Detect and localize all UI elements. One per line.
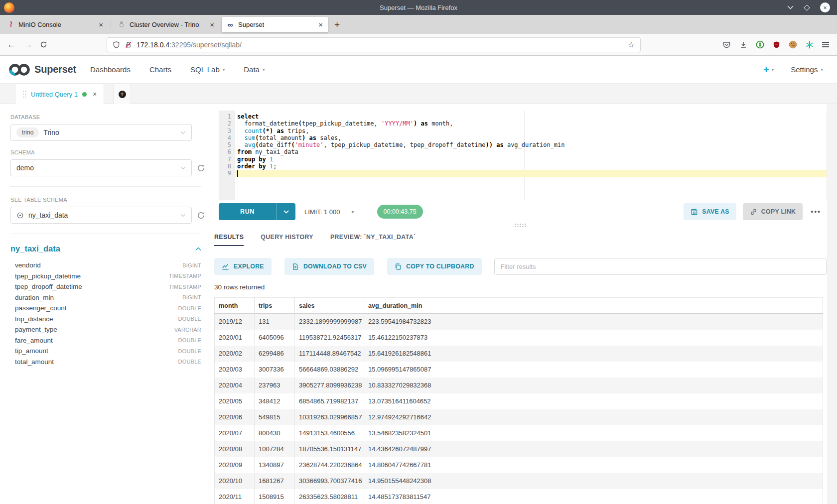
- column-header[interactable]: sales: [295, 298, 364, 314]
- pocket-icon[interactable]: [722, 41, 731, 49]
- cookie-icon[interactable]: [789, 40, 797, 49]
- url-field[interactable]: 172.18.0.4:32295/superset/sqllab/ ☆: [107, 37, 641, 52]
- copy-clipboard-button[interactable]: COPY TO CLIPBOARD: [387, 258, 482, 275]
- run-button[interactable]: RUN: [219, 203, 295, 220]
- column-type: BIGINT: [182, 262, 201, 268]
- schema-column-row[interactable]: fare_amountDOUBLE: [10, 335, 201, 346]
- limit-dropdown[interactable]: LIMIT: 1 000 ▾: [304, 208, 354, 216]
- column-name: vendorid: [15, 261, 41, 269]
- code-line: format_datetime(tpep_pickup_datetime, 'Y…: [235, 120, 827, 127]
- sql-editor[interactable]: 123456789 select format_datetime(tpep_pi…: [219, 111, 827, 200]
- schema-select[interactable]: demo: [10, 159, 192, 176]
- schema-column-row[interactable]: payment_typeVARCHAR: [10, 324, 201, 335]
- insecure-lock-icon[interactable]: [125, 41, 132, 49]
- table-row[interactable]: 2020/026299486117114448.8946754215.64192…: [215, 346, 823, 362]
- copy-link-button[interactable]: COPY LINK: [743, 203, 803, 220]
- table-row[interactable]: 2020/053484126854865.71998213713.0735164…: [215, 393, 823, 409]
- table-row[interactable]: 2020/0780043014913153.460055613.54682358…: [215, 425, 823, 441]
- menu-hamburger-icon[interactable]: [822, 42, 829, 47]
- column-type: TIMESTAMP: [169, 284, 201, 290]
- explore-button[interactable]: EXPLORE: [214, 258, 272, 275]
- close-query-tab-icon[interactable]: ×: [93, 91, 97, 98]
- forward-icon[interactable]: →: [23, 40, 34, 49]
- trino-bunny-icon: [118, 20, 126, 28]
- table-row[interactable]: 2020/03300733656664869.0388629215.096995…: [215, 362, 823, 378]
- url-text: 172.18.0.4:32295/superset/sqllab/: [137, 41, 242, 49]
- table-select[interactable]: ny_taxi_data: [10, 207, 192, 224]
- schema-column-row[interactable]: passenger_countDOUBLE: [10, 303, 201, 314]
- table-row[interactable]: 2020/10168126730366993.70037741614.95015…: [215, 473, 823, 489]
- browser-urlbar: ← → 172.18.0.4:32295/superset/sqllab/ ☆: [0, 34, 837, 56]
- table-name-heading[interactable]: ny_taxi_data: [10, 244, 60, 253]
- ublock-shield-icon[interactable]: [773, 41, 780, 49]
- container-asterisk-icon[interactable]: [806, 41, 814, 49]
- close-tab-icon[interactable]: ×: [317, 21, 324, 28]
- code-area[interactable]: select format_datetime(tpep_pickup_datet…: [235, 113, 827, 177]
- column-header[interactable]: month: [215, 298, 255, 314]
- back-icon[interactable]: ←: [6, 40, 17, 49]
- filter-results-input[interactable]: [494, 258, 827, 275]
- settings-menu[interactable]: Settings▾: [791, 65, 823, 74]
- schema-column-row[interactable]: tpep_dropoff_datetimeTIMESTAMP: [10, 281, 201, 292]
- browser-tab-minio[interactable]: MinIO Console ×: [2, 17, 109, 32]
- query-tab-active[interactable]: Untitled Query 1 ×: [15, 84, 104, 104]
- table-row[interactable]: 2020/11150891526335623.5802881114.485173…: [215, 489, 823, 504]
- column-type: DOUBLE: [178, 337, 201, 343]
- table-row[interactable]: 2020/0654981510319263.02996685712.974924…: [215, 409, 823, 425]
- schema-column-row[interactable]: duration_minBIGINT: [10, 292, 201, 303]
- drag-handle-icon[interactable]: [22, 90, 26, 98]
- window-maximize-button[interactable]: [804, 4, 810, 11]
- table-row[interactable]: 2020/08100728418705536.15013114714.43642…: [215, 441, 823, 457]
- column-header[interactable]: avg_duration_min: [364, 298, 823, 314]
- extension-green-icon[interactable]: [756, 40, 764, 49]
- refresh-tables-icon[interactable]: [197, 211, 205, 220]
- new-item-button[interactable]: +▾: [763, 65, 774, 75]
- schema-column-row[interactable]: tpep_pickup_datetimeTIMESTAMP: [10, 271, 201, 282]
- refresh-schemas-icon[interactable]: [197, 164, 205, 172]
- nav-item-sql-lab[interactable]: SQL Lab▾: [190, 65, 225, 74]
- table-row[interactable]: 2020/016405096119538721.9245631715.46122…: [215, 330, 823, 346]
- new-browser-tab-button[interactable]: +: [334, 20, 340, 29]
- close-tab-icon[interactable]: ×: [209, 21, 215, 28]
- new-query-tab-button[interactable]: +: [113, 84, 131, 104]
- database-select[interactable]: trino Trino: [10, 124, 192, 141]
- download-icon[interactable]: [739, 41, 747, 49]
- save-as-button[interactable]: SAVE AS: [684, 203, 736, 220]
- download-csv-button[interactable]: DOWNLOAD TO CSV: [284, 258, 374, 275]
- window-close-button[interactable]: ×: [820, 2, 830, 12]
- window-minimize-button[interactable]: [787, 5, 794, 9]
- bookmark-star-icon[interactable]: ☆: [628, 40, 635, 49]
- schema-column-row[interactable]: tip_amountDOUBLE: [10, 346, 201, 357]
- tab-preview-table[interactable]: PREVIEW: `NY_TAXI_DATA`: [330, 234, 416, 246]
- close-tab-icon[interactable]: ×: [98, 21, 104, 28]
- tab-results[interactable]: RESULTS: [214, 234, 244, 246]
- table-cell: 3905277.8099936238: [295, 378, 364, 393]
- column-header[interactable]: trips: [255, 298, 295, 314]
- collapse-chevron-up-icon[interactable]: [195, 247, 201, 251]
- schema-column-list: vendoridBIGINTtpep_pickup_datetimeTIMEST…: [10, 260, 201, 367]
- nav-item-data[interactable]: Data▾: [244, 65, 265, 74]
- table-row[interactable]: 2020/09134089723628744.22023686414.80604…: [215, 457, 823, 473]
- reload-icon[interactable]: [40, 41, 51, 48]
- table-row[interactable]: 2020/042379633905277.809993623810.833327…: [215, 378, 823, 393]
- chevron-down-icon: ▾: [352, 209, 354, 215]
- schema-column-row[interactable]: vendoridBIGINT: [10, 260, 201, 271]
- more-options-icon[interactable]: •••: [809, 208, 823, 216]
- nav-item-dashboards[interactable]: Dashboards: [90, 65, 131, 74]
- table-cell: 56664869.03886292: [295, 362, 364, 378]
- resize-handle-dots-icon[interactable]: [514, 223, 527, 227]
- line-number: 4: [219, 134, 235, 141]
- schema-label: SCHEMA: [10, 149, 201, 155]
- table-cell: 2020/06: [215, 409, 255, 425]
- nav-item-charts[interactable]: Charts: [149, 65, 171, 74]
- tracking-shield-icon[interactable]: [113, 41, 120, 49]
- tab-query-history[interactable]: QUERY HISTORY: [261, 234, 313, 246]
- table-row[interactable]: 2019/121312332.1899999999987223.59541984…: [215, 314, 823, 330]
- browser-tab-superset[interactable]: ∞ Superset ×: [222, 17, 328, 32]
- schema-column-row[interactable]: total_amountDOUBLE: [10, 357, 201, 368]
- superset-logo[interactable]: Superset: [8, 62, 76, 77]
- pane-resize-divider[interactable]: [214, 220, 827, 230]
- schema-column-row[interactable]: trip_distanceDOUBLE: [10, 314, 201, 325]
- browser-tab-trino[interactable]: Cluster Overview - Trino ×: [113, 17, 220, 32]
- run-options-chevron-icon[interactable]: [277, 203, 295, 220]
